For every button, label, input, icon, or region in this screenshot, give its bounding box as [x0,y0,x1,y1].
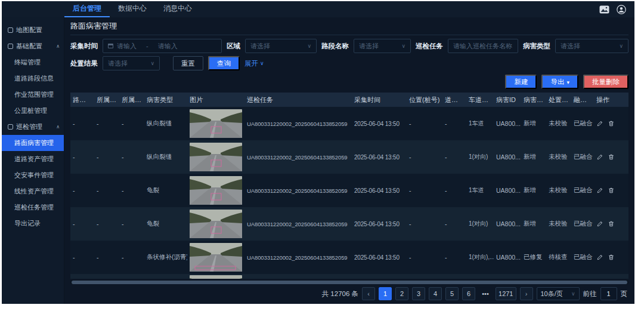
page-number-button[interactable]: 1271 [496,287,516,300]
next-page-button[interactable] [520,287,533,300]
page-size-select[interactable]: 10条/页 [537,287,580,300]
goto-page-input[interactable] [600,287,617,300]
reset-button[interactable]: 重置 [173,56,203,70]
date-range-input[interactable]: 请输入 - 请输入 [103,39,222,53]
sidebar-item[interactable]: 作业范围管理 [2,87,64,103]
photo-cell [187,109,244,138]
cell-city: - [94,254,119,261]
page-number-button[interactable]: 3 [412,287,425,300]
delete-icon[interactable] [608,254,615,261]
top-navigation-bar: 后台管理数据中心消息中心 [2,1,634,17]
cell-direction: - [442,153,466,161]
page-number-button[interactable]: 1 [379,287,392,300]
edit-icon[interactable] [596,254,603,261]
cell-road: - [70,254,94,261]
cell-county: - [119,153,144,161]
cell-status: 新增 [521,153,546,161]
sidebar-item-label: 线性资产管理 [14,187,54,196]
cell-type: 龟裂 [144,220,187,228]
cell-damage_id: UA800... [494,254,521,261]
search-button[interactable]: 查询 [208,56,240,70]
chevron-down-icon [401,43,405,49]
sidebar-item[interactable]: 地图配置 [2,22,64,38]
sidebar-item[interactable]: 公里桩管理 [2,103,64,119]
date-separator: - [146,42,148,50]
edit-icon[interactable] [596,220,603,227]
prev-page-button[interactable] [362,287,375,300]
sidebar-item[interactable]: 路面病害管理 [2,135,64,151]
sidebar-item[interactable]: 基础配置 [2,38,64,54]
sidebar-item-label: 路面病害管理 [14,138,54,147]
delete-icon[interactable] [608,187,615,194]
filter-panel: 采集时间 请输入 - 请输入 区域 请选择 路段名称 请选择 [70,35,628,73]
sidebar-item[interactable]: 交安事件管理 [2,167,64,183]
sidebar-item[interactable]: 导出记录 [2,215,64,232]
photo-cell [187,143,244,171]
sidebar-item[interactable]: 道路资产管理 [2,151,64,167]
chevron-up-icon [56,44,60,49]
page-number-button[interactable]: 2 [395,287,408,300]
operations-cell [594,153,618,161]
road-filter-label: 路段名称 [321,42,349,51]
date-filter-label: 采集时间 [70,42,98,51]
sidebar-item[interactable]: 巡检任务管理 [2,199,64,215]
edit-icon[interactable] [596,153,603,161]
edit-icon[interactable] [596,120,603,127]
cell-county: - [119,220,144,227]
road-select[interactable]: 请选择 [354,39,411,53]
cell-damage_id: UA800... [494,153,521,161]
column-header: 道路方向 [442,96,466,104]
page-number-button[interactable]: 6 [462,287,475,300]
image-icon[interactable] [599,5,609,14]
batch-delete-button[interactable]: 批量删除 [583,75,628,89]
sidebar-item[interactable]: 道路路段信息 [2,70,64,87]
page-number-button[interactable]: 4 [429,287,442,300]
cell-direction: - [442,187,466,194]
sidebar-item-label: 导出记录 [14,219,41,228]
horizontal-scrollbar[interactable] [72,281,627,284]
operations-cell [594,220,618,227]
chevron-up-icon [56,124,60,130]
road-photo-thumbnail[interactable] [190,176,242,205]
page-title: 路面病害管理 [70,17,628,35]
road-photo-thumbnail[interactable] [190,109,242,138]
sidebar-item[interactable]: 终端管理 [2,54,64,70]
cell-fusion: 已融合 [571,119,594,128]
topnav-tab[interactable]: 消息中心 [155,1,200,17]
task-search-input[interactable] [453,42,513,50]
column-header: 病害类型 [144,96,187,104]
delete-icon[interactable] [608,220,615,227]
cell-position: - [407,220,442,227]
sidebar-item[interactable]: 巡检管理 [2,119,64,135]
cell-result: 未校验 [546,186,571,195]
table-row-partial [70,274,628,279]
damage-type-select[interactable]: 请选择 [555,39,628,53]
delete-icon[interactable] [608,153,615,161]
region-select[interactable]: 请选择 [245,39,317,53]
delete-icon[interactable] [608,120,615,127]
user-icon[interactable] [617,5,626,14]
cell-lane: 1(对向) [466,153,494,161]
cell-city: - [94,120,119,127]
column-header: 路段名称 [70,96,94,104]
road-photo-thumbnail[interactable] [190,143,242,171]
road-photo-thumbnail[interactable] [190,210,242,238]
expand-link[interactable]: 展开 [244,59,264,68]
cell-damage_id: UA800... [494,120,521,127]
road-photo-thumbnail[interactable] [190,243,242,272]
sidebar-item-label: 巡检任务管理 [14,203,54,212]
pagination-total: 共 12706 条 [322,290,358,298]
table-body: ---纵向裂缝UA800331220002_202506041338520592… [70,107,628,274]
cell-task: UA800331220002_20250604133852059 [244,221,352,227]
topnav-tab[interactable]: 后台管理 [64,1,110,17]
page-number-button[interactable]: 5 [445,287,459,300]
page-ellipsis: ••• [479,287,492,300]
type-filter-label: 病害类型 [523,42,550,51]
edit-icon[interactable] [596,187,603,194]
filter-row-2: 处置结果 请选择 重置 查询 展开 [70,56,628,70]
sidebar-item[interactable]: 线性资产管理 [2,183,64,199]
result-select[interactable]: 请选择 [103,56,160,70]
export-button[interactable]: 导出 [541,75,578,89]
topnav-tab[interactable]: 数据中心 [110,1,155,17]
new-button[interactable]: 新建 [505,75,537,89]
